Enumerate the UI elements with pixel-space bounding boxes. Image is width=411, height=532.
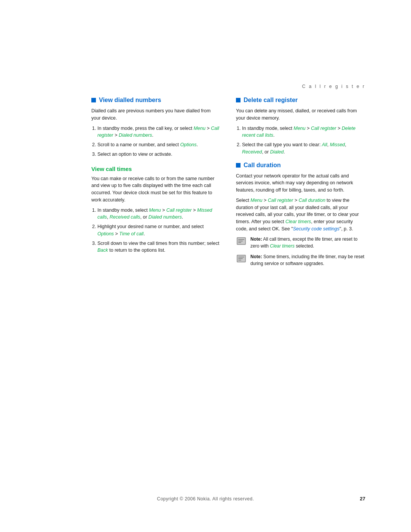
step2-period: . bbox=[197, 142, 198, 147]
ct-step2-t1: Highlight your desired name or number, a… bbox=[97, 224, 204, 229]
step1-dialed: Dialed numbers bbox=[119, 133, 152, 138]
note-1-selected: selected. bbox=[295, 243, 314, 249]
section-call-duration-title: Call duration bbox=[236, 162, 365, 169]
delete-call-steps: In standby mode, select Menu > Call regi… bbox=[236, 125, 365, 156]
del-step2-all: All bbox=[322, 142, 327, 147]
calltimes-step-1: In standby mode, select Menu > Call regi… bbox=[97, 207, 221, 221]
note-2-text: Note: Some timers, including the life ti… bbox=[250, 253, 365, 267]
section-delete-title: Delete call register bbox=[236, 97, 365, 104]
right-column: Delete call register You can delete any … bbox=[236, 97, 365, 271]
blue-square-icon-2 bbox=[236, 98, 241, 102]
page-header-area: C a l l r e g i s t e r bbox=[0, 0, 411, 97]
left-column: View dialled numbers Dialled calls are p… bbox=[91, 97, 221, 271]
cd-body-security: Security code settings bbox=[293, 226, 339, 232]
del-step2-t1: Select the call type you want to clear: bbox=[242, 142, 322, 147]
delete-call-heading: Delete call register bbox=[244, 97, 298, 104]
call-duration-body: Select Menu > Call register > Call durat… bbox=[236, 197, 365, 233]
view-dialled-step-1: In standby mode, press the call key, or … bbox=[97, 125, 221, 139]
page-footer: Copyright © 2006 Nokia. All rights reser… bbox=[0, 496, 411, 502]
call-duration-heading: Call duration bbox=[244, 162, 281, 169]
cd-body-ok: OK bbox=[272, 226, 279, 232]
view-call-times-intro: You can make or receive calls to or from… bbox=[91, 175, 221, 204]
section-view-dialled-title: View dialled numbers bbox=[91, 97, 221, 104]
content-area: View dialled numbers Dialled calls are p… bbox=[0, 97, 411, 271]
delete-step-1: In standby mode, select Menu > Call regi… bbox=[242, 125, 365, 139]
ct-step1-received: Received calls bbox=[110, 214, 140, 220]
step2-text1: Scroll to a name or number, and select bbox=[97, 142, 180, 147]
page-container: C a l l r e g i s t e r View dialled num… bbox=[0, 0, 411, 532]
step1-menu: Menu bbox=[194, 126, 206, 131]
svg-rect-3 bbox=[238, 241, 243, 241]
step1-text1: In standby mode, press the call key, or … bbox=[97, 126, 194, 131]
note-1-cleartimers: Clear timers bbox=[270, 243, 295, 249]
cd-body-callreg: Call register bbox=[268, 198, 293, 203]
blue-square-icon bbox=[91, 98, 96, 102]
page-header-label: C a l l r e g i s t e r bbox=[302, 84, 365, 89]
call-duration-intro: Contact your network operator for the ac… bbox=[236, 173, 365, 194]
del-step2-missed: Missed bbox=[330, 142, 345, 147]
cd-body-calldur: Call duration bbox=[299, 198, 325, 203]
del-step1-callreg: Call register bbox=[311, 126, 336, 131]
del-step2-received: Received bbox=[242, 149, 262, 155]
step1-gt2: > bbox=[113, 133, 119, 138]
note-2-bold: Note: bbox=[250, 254, 262, 259]
view-dialled-intro: Dialled calls are previous numbers you h… bbox=[91, 107, 221, 122]
view-dialled-steps: In standby mode, press the call key, or … bbox=[91, 125, 221, 158]
view-call-times-heading: View call times bbox=[91, 166, 221, 172]
ct-step1-t1: In standby mode, select bbox=[97, 208, 149, 213]
ct-step2-options: Options bbox=[97, 231, 114, 236]
step1-gt1: > bbox=[206, 126, 211, 131]
svg-rect-4 bbox=[238, 242, 241, 243]
delete-step-2: Select the call type you want to clear: … bbox=[242, 141, 365, 156]
view-call-times-label: View call times bbox=[91, 166, 132, 172]
blue-square-icon-3 bbox=[236, 163, 241, 168]
ct-step2-timeofcall: Time of call bbox=[119, 231, 143, 236]
step2-options: Options bbox=[180, 142, 196, 147]
step1-period: . bbox=[152, 133, 153, 138]
step3-text: Select an option to view or activate. bbox=[97, 152, 172, 157]
view-call-times-steps: In standby mode, select Menu > Call regi… bbox=[91, 207, 221, 254]
del-step1-t1: In standby mode, select bbox=[242, 126, 294, 131]
del-step2-dialed: Dialed bbox=[270, 149, 284, 155]
footer-copyright: Copyright © 2006 Nokia. All rights reser… bbox=[157, 496, 254, 502]
cd-body-t1: Select bbox=[236, 198, 250, 203]
page-number: 27 bbox=[360, 496, 365, 502]
ct-step1-menu: Menu bbox=[149, 208, 161, 213]
view-dialled-step-3: Select an option to view or activate. bbox=[97, 151, 221, 158]
calltimes-step-2: Highlight your desired name or number, a… bbox=[97, 223, 221, 238]
note-icon-2 bbox=[236, 253, 247, 264]
ct-step3-back: Back bbox=[97, 248, 108, 253]
del-step1-menu: Menu bbox=[294, 126, 306, 131]
cd-body-cleartimers: Clear timers bbox=[285, 219, 311, 224]
note-box-1: Note: All call timers, except the life t… bbox=[236, 236, 365, 249]
svg-rect-9 bbox=[238, 260, 241, 260]
svg-rect-7 bbox=[238, 257, 244, 257]
ct-step3-t1: Scroll down to view the call times from … bbox=[97, 241, 219, 246]
cd-body-menu: Menu bbox=[250, 198, 262, 203]
svg-rect-2 bbox=[238, 239, 244, 240]
svg-rect-8 bbox=[238, 258, 243, 259]
ct-step1-dialed: Dialed numbers bbox=[148, 214, 182, 220]
view-dialled-heading: View dialled numbers bbox=[99, 97, 161, 104]
ct-step1-callreg: Call register bbox=[166, 208, 192, 213]
delete-call-intro: You can delete any missed, dialled, or r… bbox=[236, 107, 365, 122]
calltimes-step-3: Scroll down to view the call times from … bbox=[97, 240, 221, 254]
note-1-bold: Note: bbox=[250, 236, 262, 242]
note-2-content: Some timers, including the life timer, m… bbox=[250, 254, 364, 266]
note-box-2: Note: Some timers, including the life ti… bbox=[236, 253, 365, 267]
note-1-text: Note: All call timers, except the life t… bbox=[250, 236, 365, 249]
note-icon-1 bbox=[236, 236, 247, 246]
view-dialled-step-2: Scroll to a name or number, and select O… bbox=[97, 141, 221, 149]
